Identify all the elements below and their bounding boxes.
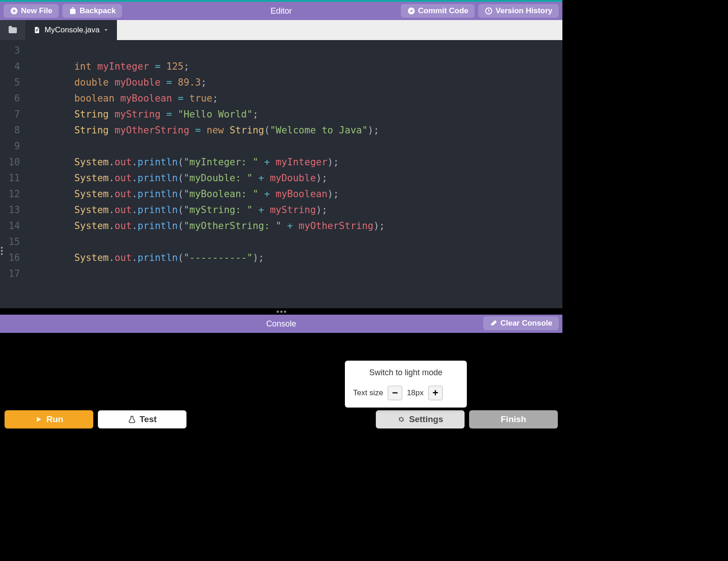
file-icon — [34, 26, 41, 34]
finish-button[interactable]: Finish — [469, 410, 558, 428]
side-drag-handle[interactable] — [0, 245, 4, 257]
finish-label: Finish — [501, 414, 526, 424]
run-button[interactable]: Run — [5, 410, 93, 428]
new-file-label: New File — [21, 6, 52, 15]
text-size-decrease[interactable]: − — [388, 386, 402, 400]
top-toolbar: New File Backpack Editor Commit Code Ver… — [0, 2, 562, 20]
line-number: 16 — [0, 250, 28, 266]
code-line[interactable]: System.out.println("myInteger: " + myInt… — [28, 154, 562, 170]
test-button[interactable]: Test — [98, 410, 187, 428]
code-line[interactable]: int myInteger = 125; — [28, 59, 562, 75]
editor-title: Editor — [270, 6, 292, 16]
console-header: Console Clear Console — [0, 315, 562, 333]
code-line[interactable] — [28, 234, 562, 250]
line-number: 4 — [0, 59, 28, 75]
line-number: 17 — [0, 266, 28, 282]
text-size-increase[interactable]: + — [428, 386, 443, 400]
file-name: MyConsole.java — [45, 26, 100, 35]
line-number: 12 — [0, 186, 28, 202]
code-editor[interactable]: 34567891011121314151617 int myInteger = … — [0, 40, 562, 308]
line-number: 9 — [0, 138, 28, 154]
commit-label: Commit Code — [418, 6, 469, 15]
history-label: Version History — [495, 6, 552, 15]
code-line[interactable]: String myString = "Hello World"; — [28, 107, 562, 122]
code-line[interactable]: boolean myBoolean = true; — [28, 91, 562, 107]
text-size-value: 18px — [407, 388, 424, 398]
line-gutter: 34567891011121314151617 — [0, 40, 28, 308]
code-area[interactable]: int myInteger = 125; double myDouble = 8… — [28, 40, 562, 308]
code-line[interactable]: double myDouble = 89.3; — [28, 75, 562, 91]
plus-circle-icon — [10, 7, 18, 15]
backpack-button[interactable]: Backpack — [62, 4, 122, 18]
line-number: 15 — [0, 234, 28, 250]
line-number: 6 — [0, 91, 28, 107]
commit-button[interactable]: Commit Code — [401, 4, 475, 18]
backpack-icon — [69, 7, 77, 15]
caret-down-icon — [103, 27, 109, 33]
console-output[interactable] — [0, 333, 562, 408]
run-label: Run — [46, 414, 63, 424]
panel-drag-handle[interactable] — [0, 308, 562, 315]
code-line[interactable] — [28, 43, 562, 59]
line-number: 8 — [0, 122, 28, 138]
code-line[interactable]: System.out.println("myOtherString: " + m… — [28, 218, 562, 234]
line-number: 13 — [0, 202, 28, 218]
bottom-bar: Run Test Settings Finish — [0, 408, 562, 433]
clock-icon — [485, 7, 493, 15]
eraser-icon — [490, 319, 498, 327]
line-number: 14 — [0, 218, 28, 234]
clear-console-button[interactable]: Clear Console — [483, 316, 559, 330]
flask-icon — [128, 415, 136, 423]
theme-toggle-label[interactable]: Switch to light mode — [353, 368, 459, 377]
settings-label: Settings — [409, 414, 443, 424]
code-line[interactable]: String myOtherString = new String("Welco… — [28, 122, 562, 138]
new-file-button[interactable]: New File — [4, 4, 59, 18]
text-size-label: Text size — [353, 388, 383, 398]
line-number: 5 — [0, 75, 28, 91]
console-title: Console — [266, 319, 296, 329]
settings-popover: Switch to light mode Text size − 18px + — [345, 361, 467, 408]
code-line[interactable]: System.out.println("myDouble: " + myDoub… — [28, 170, 562, 186]
line-number: 3 — [0, 43, 28, 59]
folder-icon — [7, 25, 18, 36]
code-line[interactable]: System.out.println("----------"); — [28, 250, 562, 266]
history-button[interactable]: Version History — [478, 4, 559, 18]
line-number: 7 — [0, 107, 28, 122]
backpack-label: Backpack — [80, 6, 116, 15]
play-icon — [35, 415, 43, 423]
file-tabs-row: MyConsole.java — [0, 20, 562, 40]
check-circle-icon — [407, 7, 415, 15]
settings-button[interactable]: Settings — [376, 410, 465, 428]
test-label: Test — [140, 414, 157, 424]
line-number: 10 — [0, 154, 28, 170]
folder-tab[interactable] — [0, 20, 25, 40]
code-line[interactable] — [28, 138, 562, 154]
code-line[interactable]: System.out.println("myBoolean: " + myBoo… — [28, 186, 562, 202]
file-tab-active[interactable]: MyConsole.java — [25, 20, 117, 40]
line-number: 11 — [0, 170, 28, 186]
clear-console-label: Clear Console — [500, 319, 552, 328]
gear-icon — [397, 415, 405, 423]
code-line[interactable]: System.out.println("myString: " + myStri… — [28, 202, 562, 218]
code-line[interactable] — [28, 266, 562, 282]
